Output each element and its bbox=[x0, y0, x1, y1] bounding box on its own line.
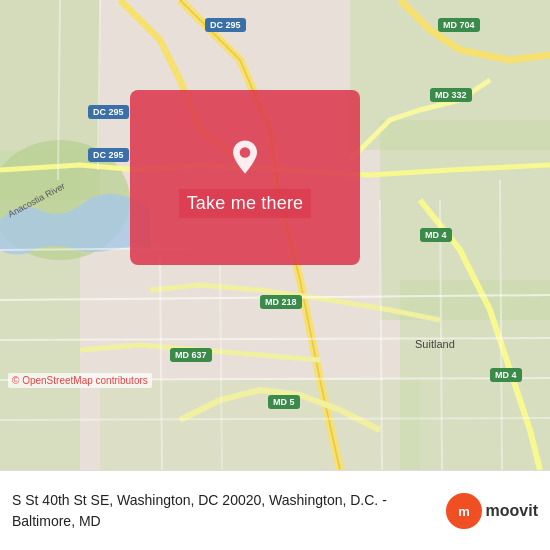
road-badge-md332: MD 332 bbox=[430, 88, 472, 102]
svg-text:m: m bbox=[458, 504, 470, 519]
map-container: DC 295 DC 295 DC 295 MD 704 MD 332 MD 4 … bbox=[0, 0, 550, 470]
osm-copyright: © bbox=[12, 375, 19, 386]
road-badge-dc295-top: DC 295 bbox=[205, 18, 246, 32]
moovit-label: moovit bbox=[486, 502, 538, 520]
road-badge-md4-bot: MD 4 bbox=[490, 368, 522, 382]
road-badge-md218: MD 218 bbox=[260, 295, 302, 309]
road-badge-md4-right: MD 4 bbox=[420, 228, 452, 242]
osm-credit: © OpenStreetMap contributors bbox=[8, 373, 152, 388]
road-badge-md637: MD 637 bbox=[170, 348, 212, 362]
moovit-icon: m bbox=[446, 493, 482, 529]
svg-point-9 bbox=[240, 147, 251, 158]
road-badge-dc295-mid: DC 295 bbox=[88, 148, 129, 162]
address-text: S St 40th St SE, Washington, DC 20020, W… bbox=[12, 490, 436, 532]
osm-link: OpenStreetMap bbox=[22, 375, 93, 386]
road-badge-md704: MD 704 bbox=[438, 18, 480, 32]
info-bar: S St 40th St SE, Washington, DC 20020, W… bbox=[0, 470, 550, 550]
overlay-card: Take me there bbox=[130, 90, 360, 265]
location-pin bbox=[225, 137, 265, 177]
suitland-label: Suitland bbox=[415, 338, 455, 350]
road-badge-dc295-left: DC 295 bbox=[88, 105, 129, 119]
osm-contributors: contributors bbox=[96, 375, 148, 386]
svg-rect-6 bbox=[400, 280, 550, 470]
moovit-logo: m moovit bbox=[446, 493, 538, 529]
address-block: S St 40th St SE, Washington, DC 20020, W… bbox=[12, 490, 436, 532]
svg-rect-8 bbox=[300, 380, 420, 470]
take-me-there-button[interactable]: Take me there bbox=[179, 189, 312, 218]
road-badge-md5: MD 5 bbox=[268, 395, 300, 409]
